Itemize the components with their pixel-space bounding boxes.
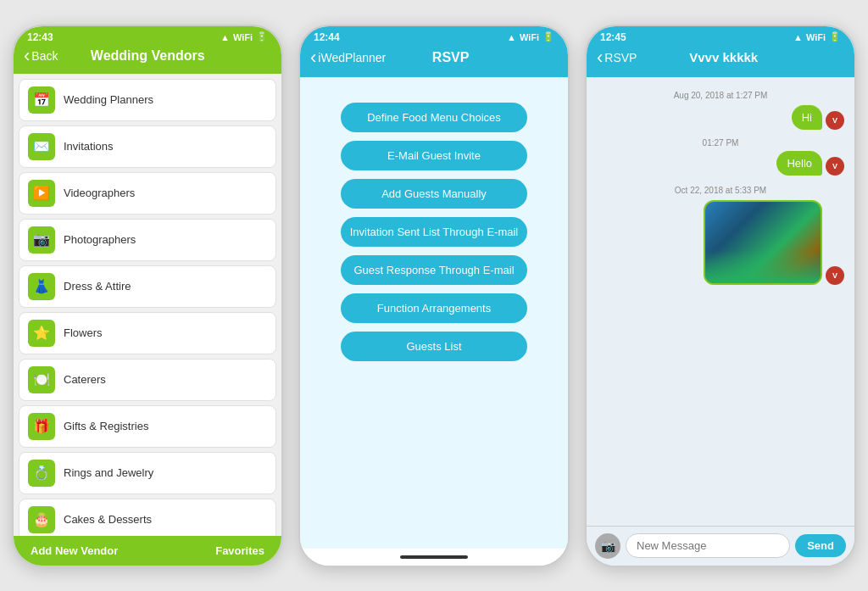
time-3: 12:45 (600, 31, 626, 43)
home-bar-2 (400, 555, 468, 559)
chat-footer: 📷 Send (587, 526, 854, 566)
battery-icon: 🔋 (256, 31, 268, 42)
vendor-icon: 💍 (28, 460, 55, 487)
avatar: V (826, 157, 844, 176)
rsvp-option-button[interactable]: Guests List (341, 332, 527, 361)
vendor-item[interactable]: 💍 Rings and Jewelry (19, 452, 276, 494)
vendor-icon: ✉️ (28, 133, 55, 160)
vendor-item[interactable]: 🍽️ Caterers (19, 359, 276, 401)
vendor-item[interactable]: ✉️ Invitations (19, 125, 276, 168)
chat-date: Oct 22, 2018 at 5:33 PM (597, 186, 844, 195)
phone2-header: iWedPlanner RSVP (300, 47, 568, 77)
vendor-label: Rings and Jewelry (64, 466, 153, 479)
vendor-label: Photographers (64, 233, 136, 246)
rsvp-option-button[interactable]: Define Food Menu Choices (341, 103, 527, 132)
wifi-icon-2: WiFi (520, 32, 539, 42)
wifi-icon: WiFi (233, 32, 253, 42)
vendor-icon: ⭐ (28, 320, 55, 347)
status-icons-1: ▲ WiFi 🔋 (220, 31, 268, 42)
camera-button[interactable]: 📷 (595, 533, 620, 559)
vendor-item[interactable]: ▶️ Videographers (19, 172, 276, 215)
phone2-title: RSVP (386, 50, 515, 65)
rsvp-body: Define Food Menu ChoicesE-Mail Guest Inv… (300, 77, 568, 549)
rsvp-option-button[interactable]: Add Guests Manually (341, 179, 527, 209)
phone-3: 12:45 ▲ WiFi 🔋 RSVP Vvvv kkkkk Aug 20, 2… (585, 25, 856, 567)
send-button[interactable]: Send (795, 534, 846, 557)
vendor-label: Dress & Attire (64, 280, 131, 293)
phone3-title: Vvvv kkkkk (637, 50, 810, 64)
battery-icon-2: 🔋 (542, 31, 554, 42)
vendor-label: Flowers (64, 326, 103, 339)
rsvp-option-button[interactable]: Guest Response Through E-mail (341, 255, 527, 285)
favorites-button[interactable]: Favorites (215, 544, 264, 557)
back-button-2[interactable]: iWedPlanner (310, 47, 386, 69)
phone3-header: RSVP Vvvv kkkkk (587, 47, 854, 77)
rsvp-option-button[interactable]: E-Mail Guest Invite (341, 141, 527, 170)
rsvp-option-button[interactable]: Function Arrangements (341, 293, 527, 323)
vendor-item[interactable]: 📅 Wedding Planners (19, 79, 276, 121)
signal-icon-3: ▲ (793, 32, 803, 42)
vendor-item[interactable]: 📷 Photographers (19, 219, 276, 261)
vendor-label: Caterers (64, 373, 106, 386)
phone-2: 12:44 ▲ WiFi 🔋 iWedPlanner RSVP Define F… (298, 25, 570, 567)
vendor-item[interactable]: 🎁 Gifts & Registries (19, 405, 276, 448)
phone1-header: Back Wedding Vendors (14, 47, 281, 74)
vendor-item[interactable]: ⭐ Flowers (19, 312, 276, 354)
avatar: V (826, 111, 844, 130)
vendor-label: Gifts & Registries (64, 420, 148, 432)
battery-icon-3: 🔋 (829, 31, 841, 42)
phone-1: 12:43 ▲ WiFi 🔋 Back Wedding Vendors 📅 We… (12, 25, 283, 567)
vendor-item[interactable]: 👗 Dress & Attire (19, 265, 276, 308)
chat-message-row: HelloV (597, 151, 844, 176)
chat-image-row: V (597, 200, 844, 285)
vendor-icon: ▶️ (28, 180, 55, 207)
signal-icon-2: ▲ (507, 32, 516, 42)
status-icons-3: ▲ WiFi 🔋 (793, 31, 841, 42)
chat-bubble: Hi (792, 105, 822, 130)
vendors-list: 📅 Wedding Planners ✉️ Invitations ▶️ Vid… (14, 74, 281, 536)
status-bar-3: 12:45 ▲ WiFi 🔋 (587, 26, 854, 47)
vendor-icon: 🎂 (28, 506, 55, 533)
phone1-footer: Add New Vendor Favorites (14, 536, 281, 566)
back-button-3[interactable]: RSVP (597, 47, 637, 69)
avatar: V (826, 266, 844, 285)
vendor-label: Invitations (64, 140, 114, 153)
chat-message-row: HiV (597, 105, 844, 130)
phone1-title: Wedding Vendors (58, 48, 237, 64)
chat-date: Aug 20, 2018 at 1:27 PM (597, 91, 844, 100)
add-vendor-button[interactable]: Add New Vendor (31, 544, 118, 557)
chat-image (704, 200, 822, 285)
vendor-item[interactable]: 🎂 Cakes & Desserts (19, 499, 276, 536)
signal-icon: ▲ (220, 32, 230, 42)
rsvp-option-button[interactable]: Invitation Sent List Through E-mail (341, 217, 527, 247)
status-bar-2: 12:44 ▲ WiFi 🔋 (300, 26, 568, 47)
back-button-1[interactable]: Back (24, 47, 58, 65)
status-bar-1: 12:43 ▲ WiFi 🔋 (14, 26, 281, 47)
time-2: 12:44 (314, 31, 340, 43)
vendor-icon: 👗 (28, 273, 55, 300)
home-indicator-2 (300, 549, 568, 566)
wifi-icon-3: WiFi (806, 32, 826, 42)
message-input[interactable] (626, 533, 790, 558)
chat-body: Aug 20, 2018 at 1:27 PMHiV01:27 PMHelloV… (587, 77, 854, 526)
time-1: 12:43 (27, 31, 53, 43)
vendor-label: Wedding Planners (64, 93, 153, 106)
vendor-icon: 📅 (28, 86, 55, 114)
chat-time: 01:27 PM (597, 138, 844, 148)
vendor-icon: 📷 (28, 226, 55, 254)
vendor-label: Cakes & Desserts (64, 513, 152, 526)
vendor-label: Videographers (64, 187, 135, 199)
vendor-icon: 🍽️ (28, 366, 55, 393)
chat-bubble: Hello (776, 151, 822, 176)
status-icons-2: ▲ WiFi 🔋 (507, 31, 554, 42)
vendor-icon: 🎁 (28, 413, 55, 440)
